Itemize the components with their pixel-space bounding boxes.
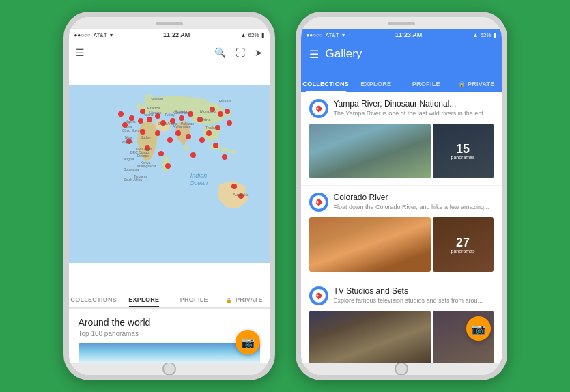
phone-speaker-2 bbox=[388, 22, 415, 25]
search-icon[interactable]: 🔍 bbox=[214, 47, 226, 58]
svg-text:Chad: Chad bbox=[122, 128, 130, 132]
world-map-svg: Indian Ocean France Sweden Algeria Libya… bbox=[69, 65, 270, 283]
card-title: Around the world bbox=[79, 317, 260, 328]
svg-point-34 bbox=[231, 184, 237, 189]
tab-explore-2[interactable]: EXPLORE bbox=[351, 81, 401, 92]
colorado-photo bbox=[309, 217, 431, 272]
map-toolbar-icons: 🔍 ⛶ ➤ bbox=[214, 47, 263, 58]
gallery-item-text-colorado: Colorado River Float down the Colorado R… bbox=[334, 193, 494, 210]
tab-profile-1[interactable]: PROFILE bbox=[169, 296, 220, 307]
menu-icon[interactable]: ☰ bbox=[76, 47, 85, 58]
svg-point-22 bbox=[199, 137, 205, 143]
battery-1: 62% bbox=[248, 32, 259, 38]
gallery-item-desc-colorado: Float down the Colorado River, and hike … bbox=[334, 204, 494, 210]
camera-fab-2[interactable]: 📷 bbox=[466, 316, 491, 341]
svg-point-32 bbox=[190, 152, 196, 158]
tab-collections-2[interactable]: COLLECTIONS bbox=[301, 81, 352, 92]
sv-icon-colorado bbox=[309, 193, 328, 212]
carrier-2: AT&T bbox=[326, 32, 339, 38]
gallery-item-text-tv: TV Studios and Sets Explore famous telev… bbox=[334, 286, 494, 304]
phone-top-bar-1 bbox=[69, 17, 270, 29]
svg-text:Nigeria: Nigeria bbox=[122, 140, 133, 144]
tab-private-1[interactable]: 🔒 PRIVATE bbox=[219, 296, 270, 307]
svg-point-19 bbox=[227, 120, 232, 126]
battery-2: 62% bbox=[480, 32, 491, 38]
gallery-item-text-yampa: Yampa River, Dinosaur National... The Ya… bbox=[334, 99, 494, 117]
home-button-2[interactable] bbox=[395, 362, 408, 376]
time-2: 11:23 AM bbox=[395, 31, 422, 38]
tab-explore-1[interactable]: EXPLORE bbox=[119, 296, 169, 307]
sv-icon-tv bbox=[309, 286, 328, 305]
svg-point-2 bbox=[220, 148, 229, 152]
camera-fab-1[interactable]: 📷 bbox=[236, 330, 260, 354]
yampa-photo bbox=[309, 124, 431, 178]
svg-text:China: China bbox=[200, 117, 211, 122]
svg-point-33 bbox=[222, 154, 227, 160]
gallery-side-img-yampa: 15 panoramas bbox=[433, 124, 494, 178]
svg-text:Algeria: Algeria bbox=[125, 120, 136, 124]
gallery-menu-icon[interactable]: ☰ bbox=[309, 48, 319, 61]
svg-point-31 bbox=[165, 163, 171, 169]
map-overlay: Indian Ocean France Sweden Algeria Libya… bbox=[69, 65, 270, 283]
panorama-label-colorado: panoramas bbox=[451, 249, 474, 253]
svg-text:Thailand: Thailand bbox=[205, 126, 218, 130]
panorama-count-colorado: 27 panoramas bbox=[433, 217, 494, 272]
phone-bottom-bar-2 bbox=[301, 363, 502, 375]
gallery-item-desc-yampa: The Yampa River is one of the last wild … bbox=[334, 110, 494, 117]
fullscreen-icon[interactable]: ⛶ bbox=[236, 47, 245, 58]
arrow-icon-2: ▲ bbox=[473, 32, 479, 38]
camera-icon-1: 📷 bbox=[241, 336, 255, 349]
tab-collections-1[interactable]: COLLECTIONS bbox=[69, 296, 119, 307]
home-button-1[interactable] bbox=[162, 362, 176, 376]
tv-photo bbox=[309, 311, 431, 363]
gallery-item-yampa[interactable]: Yampa River, Dinosaur National... The Ya… bbox=[301, 92, 502, 186]
lock-icon-2: 🔒 bbox=[458, 81, 466, 87]
signal-dots-2: ●●○○○ bbox=[307, 32, 323, 38]
svg-text:Russia: Russia bbox=[219, 99, 232, 103]
gallery-item-title-tv: TV Studios and Sets bbox=[334, 286, 494, 296]
bottom-card: Around the world Top 100 panoramas 📷 bbox=[69, 308, 270, 363]
status-bar-2: ●●○○○ AT&T ▾ 11:23 AM ▲ 62% ▮ bbox=[301, 29, 502, 40]
phone-screen-1: ●●○○○ AT&T ▾ 11:22 AM ▲ 62% ▮ ☰ 🔍 ⛶ ➤ bbox=[69, 29, 270, 363]
gallery-main-img-yampa bbox=[309, 124, 431, 178]
gallery-side-img-colorado: 27 panoramas bbox=[433, 217, 494, 272]
phone-top-bar-2 bbox=[301, 17, 502, 29]
battery-icon-2: ▮ bbox=[494, 32, 496, 38]
gallery-images-yampa: 15 panoramas bbox=[309, 124, 494, 178]
arrow-icon-1: ▲ bbox=[241, 32, 246, 38]
svg-point-25 bbox=[175, 130, 181, 136]
panorama-number-colorado: 27 bbox=[456, 236, 470, 249]
svg-text:Australia: Australia bbox=[233, 193, 249, 197]
time-1: 11:22 AM bbox=[163, 31, 190, 38]
svg-point-23 bbox=[213, 143, 218, 148]
gallery-images-tv bbox=[309, 311, 494, 363]
gallery-main-img-colorado bbox=[309, 217, 431, 272]
gallery-list[interactable]: Yampa River, Dinosaur National... The Ya… bbox=[301, 92, 502, 363]
svg-text:Indian: Indian bbox=[190, 172, 207, 179]
wifi-icon-1: ▾ bbox=[110, 32, 113, 38]
map-container[interactable]: ☰ 🔍 ⛶ ➤ bbox=[69, 40, 270, 283]
gallery-tabs: COLLECTIONS EXPLORE PROFILE 🔒 PRIVATE bbox=[301, 68, 502, 92]
wifi-icon-2: ▾ bbox=[342, 32, 345, 38]
lock-icon-1: 🔒 bbox=[226, 298, 232, 303]
status-left-1: ●●○○○ AT&T ▾ bbox=[74, 32, 113, 38]
signal-dots-1: ●●○○○ bbox=[74, 32, 91, 38]
gallery-item-title-colorado: Colorado River bbox=[334, 193, 494, 202]
svg-point-24 bbox=[186, 134, 191, 139]
gallery-item-title-yampa: Yampa River, Dinosaur National... bbox=[334, 99, 494, 109]
svg-text:Ukraine: Ukraine bbox=[149, 111, 161, 115]
phone-gallery: ●●○○○ AT&T ▾ 11:23 AM ▲ 62% ▮ ☰ Gallery … bbox=[296, 12, 507, 380]
status-bar-1: ●●○○○ AT&T ▾ 11:22 AM ▲ 62% ▮ bbox=[69, 29, 270, 40]
svg-text:Russia: Russia bbox=[175, 109, 188, 113]
svg-point-17 bbox=[218, 111, 223, 117]
navigate-icon[interactable]: ➤ bbox=[255, 47, 263, 58]
svg-point-38 bbox=[118, 111, 124, 117]
tab-profile-2[interactable]: PROFILE bbox=[401, 81, 452, 92]
panorama-number-yampa: 15 bbox=[456, 143, 470, 155]
camera-icon-2: 📷 bbox=[472, 322, 485, 335]
svg-point-18 bbox=[225, 109, 230, 114]
gallery-title: Gallery bbox=[326, 47, 494, 61]
tab-private-2[interactable]: 🔒 PRIVATE bbox=[451, 81, 502, 92]
svg-point-30 bbox=[158, 151, 164, 156]
gallery-item-colorado[interactable]: Colorado River Float down the Colorado R… bbox=[301, 186, 502, 279]
